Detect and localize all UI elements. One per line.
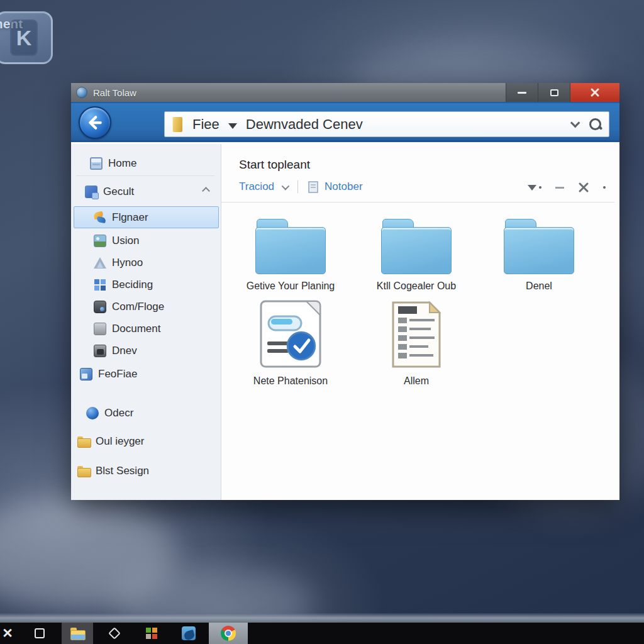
gray-square-icon: [94, 323, 106, 335]
wallpaper-horizon: [0, 613, 644, 623]
address-band: Fiee Dewnvaded Cenev: [71, 103, 619, 142]
view-option[interactable]: Notober: [325, 180, 362, 193]
blue-folder-icon: [255, 219, 326, 274]
sidebar-item-usion[interactable]: Usion: [94, 231, 139, 250]
sidebar-item-label: Usion: [112, 235, 139, 247]
sidebar-item-gecult[interactable]: Gecult: [85, 182, 134, 201]
sidebar-item-label: Oul ieyger: [96, 435, 144, 448]
desktop-shortcut[interactable]: K ment: [0, 11, 60, 31]
sort-dropdown[interactable]: Traciod: [239, 180, 274, 193]
taskbar-close-x-icon[interactable]: ✕: [0, 623, 19, 644]
window-content: Home Gecult Flgnaer Usion: [71, 144, 619, 500]
minimize-pane-icon[interactable]: [555, 187, 564, 189]
note-document-icon: [260, 300, 321, 369]
window-title: Ralt Tolaw: [93, 87, 136, 98]
home-diamond-icon[interactable]: [101, 623, 128, 644]
network-globe-icon: [86, 407, 99, 419]
sidebar-item-label: Dnev: [112, 345, 137, 357]
minimize-button[interactable]: [506, 83, 538, 102]
toolbar-divider: [297, 180, 298, 193]
desktop: K ment Ralt Tolaw: [0, 0, 644, 644]
sidebar-item-dnev[interactable]: Dnev: [94, 341, 137, 360]
sidebar-item-label: Document: [112, 323, 160, 335]
back-button[interactable]: [79, 106, 111, 139]
close-button[interactable]: [570, 83, 619, 102]
document-stack-icon: [85, 186, 97, 198]
home-icon: [90, 157, 103, 170]
tiles-icon: [94, 279, 106, 291]
device-icon: [94, 301, 106, 313]
dot-icon: [539, 186, 541, 189]
sidebar-item-hynoo[interactable]: Hynoo: [94, 253, 143, 272]
folder-tile[interactable]: Getive Your Planing: [228, 219, 353, 292]
window-controls: [506, 83, 619, 102]
folder-label: Denel: [526, 280, 552, 292]
folder-tile[interactable]: Denel: [476, 219, 602, 292]
folder-label: Ktll Cogealer Oub: [377, 280, 456, 292]
page-view-icon: [308, 181, 318, 193]
sidebar-item-label: FeoFiae: [98, 368, 137, 380]
sidebar-item-label: Gecult: [103, 186, 134, 198]
sidebar-item-label: Blst Sesign: [96, 465, 149, 477]
blue-folder-icon: [504, 219, 574, 274]
checklist-document-icon: [391, 300, 442, 369]
chrome-browser-icon[interactable]: [209, 623, 248, 644]
file-tile[interactable]: Nete Phatenison: [228, 300, 353, 387]
desktop-shortcut-icon[interactable]: K: [0, 11, 53, 64]
quick-access-icon: [94, 211, 106, 224]
task-view-icon[interactable]: [27, 623, 52, 644]
sidebar-item-oul-ieyger[interactable]: Oul ieyger: [77, 432, 144, 451]
sort-chevron-icon[interactable]: [282, 182, 290, 190]
address-bar[interactable]: Fiee Dewnvaded Cenev: [164, 111, 609, 137]
file-tile[interactable]: Allem: [353, 300, 479, 387]
explorer-window: Ralt Tolaw Fiee Dewnvaded C: [71, 83, 619, 500]
file-label: Nete Phatenison: [253, 375, 328, 387]
collapse-chevron-icon[interactable]: [202, 187, 210, 195]
search-icon[interactable]: [589, 118, 602, 131]
maximize-button[interactable]: [538, 83, 570, 102]
close-icon: [590, 87, 600, 97]
address-dropdown-icon[interactable]: [570, 118, 580, 128]
breadcrumb-path[interactable]: Dewnvaded Cenev: [246, 116, 363, 133]
sidebar-item-flgnaer[interactable]: Flgnaer: [94, 208, 148, 227]
breadcrumb-root[interactable]: Fiee: [192, 116, 219, 133]
yellow-folder-icon: [77, 435, 90, 448]
navigation-sidebar: Home Gecult Flgnaer Usion: [71, 144, 221, 500]
sidebar-item-document[interactable]: Document: [94, 319, 160, 338]
blue-app-icon[interactable]: [175, 623, 203, 644]
toolbar-separator: [221, 202, 614, 203]
sidebar-item-label: Home: [108, 157, 136, 170]
sidebar-item-label: Beciding: [112, 279, 153, 291]
sidebar-item-blst-sesign[interactable]: Blst Sesign: [77, 462, 149, 480]
sidebar-item-beciding[interactable]: Beciding: [94, 275, 153, 294]
file-explorer-icon[interactable]: [62, 623, 93, 644]
sidebar-item-label: Odecr: [104, 407, 133, 419]
apps-grid-icon[interactable]: [137, 623, 166, 644]
app-glyph: K: [10, 19, 38, 56]
pane-tools: [528, 182, 606, 193]
sidebar-item-odecr[interactable]: Odecr: [86, 404, 133, 423]
blue-folder-icon: [381, 219, 452, 274]
sidebar-item-comfloge[interactable]: Com/Floge: [94, 297, 164, 316]
taskbar: ✕: [0, 623, 644, 644]
file-list-pane: Start topleant Traciod Notober: [221, 144, 619, 500]
minimize-icon: [518, 92, 526, 94]
file-label: Allem: [404, 375, 429, 387]
maximize-icon: [550, 89, 558, 96]
back-arrow-icon: [86, 113, 104, 132]
sidebar-item-label: Com/Floge: [112, 301, 164, 313]
dot-icon: [603, 186, 606, 189]
options-dropdown-icon[interactable]: [528, 185, 536, 191]
folder-icon: [171, 117, 184, 132]
folder-label: Getive Your Planing: [247, 280, 335, 292]
view-toolbar: Traciod Notober: [239, 180, 363, 193]
sidebar-item-label: Flgnaer: [112, 211, 148, 224]
sidebar-item-feofiae[interactable]: FeoFiae: [80, 365, 137, 384]
sidebar-item-home[interactable]: Home: [90, 154, 136, 173]
close-pane-icon[interactable]: [578, 182, 589, 193]
folder-tile[interactable]: Ktll Cogealer Oub: [353, 219, 479, 292]
pictures-icon: [94, 235, 106, 247]
yellow-folder-icon: [77, 465, 90, 477]
section-header: Start topleant: [239, 158, 310, 172]
breadcrumb-separator-icon: [228, 123, 237, 129]
